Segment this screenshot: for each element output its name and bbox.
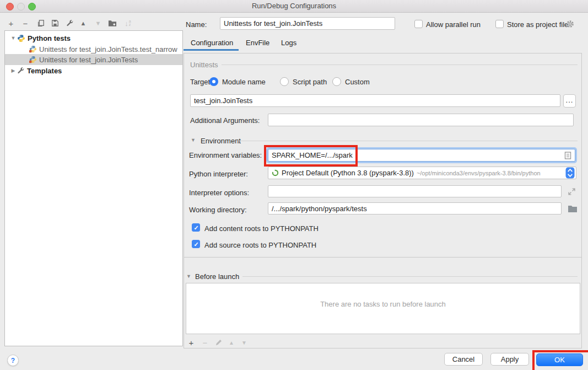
apply-button-label: Apply bbox=[501, 355, 519, 363]
target-module-name-radio[interactable] bbox=[209, 77, 218, 86]
help-button[interactable]: ? bbox=[7, 355, 19, 366]
chevron-right-icon[interactable]: ▶ bbox=[9, 68, 17, 73]
working-directory-label: Working directory: bbox=[189, 206, 247, 214]
environment-divider bbox=[238, 141, 578, 141]
python-interpreter-value: Project Default (Python 3.8 (pyspark-3.8… bbox=[282, 169, 414, 177]
name-label: Name: bbox=[186, 20, 207, 29]
environment-variables-value: SPARK_HOME=/.../spark bbox=[272, 151, 353, 159]
tree-item-label: Unittests for test_join.JoinTests bbox=[39, 56, 138, 64]
additional-arguments-input[interactable] bbox=[268, 114, 574, 126]
before-launch-collapse-icon[interactable]: ▼ bbox=[186, 274, 191, 279]
window-title: Run/Debug Configurations bbox=[0, 2, 588, 10]
working-directory-field[interactable]: /.../spark/python/pyspark/tests bbox=[268, 202, 562, 215]
python-interpreter-label: Python interpreter: bbox=[189, 170, 248, 178]
help-label: ? bbox=[11, 357, 15, 364]
wrench-icon bbox=[17, 67, 25, 74]
apply-button[interactable]: Apply bbox=[490, 353, 529, 366]
interpreter-options-input[interactable] bbox=[268, 185, 562, 197]
select-stepper-icon[interactable] bbox=[565, 167, 575, 179]
remove-configuration-icon[interactable]: − bbox=[19, 17, 32, 29]
python-icon bbox=[17, 34, 25, 42]
edit-variables-icon[interactable] bbox=[564, 152, 571, 161]
window-titlebar: Run/Debug Configurations bbox=[0, 0, 588, 13]
before-launch-edit-icon[interactable] bbox=[213, 336, 224, 348]
before-launch-move-down-icon[interactable]: ▼ bbox=[239, 336, 250, 348]
target-value-input[interactable] bbox=[190, 94, 560, 107]
cancel-button-label: Cancel bbox=[452, 355, 474, 363]
configurations-tree: ▼ Python tests Unittests for test_join.J… bbox=[4, 30, 183, 346]
allow-parallel-run-checkbox[interactable] bbox=[414, 20, 423, 28]
cancel-button[interactable]: Cancel bbox=[444, 353, 483, 366]
working-directory-value: /.../spark/python/pyspark/tests bbox=[272, 205, 367, 213]
tree-item-label: Python tests bbox=[28, 34, 71, 42]
before-launch-add-icon[interactable]: + bbox=[186, 336, 197, 348]
before-launch-remove-icon[interactable]: − bbox=[199, 336, 211, 348]
store-as-project-file-checkbox[interactable] bbox=[495, 20, 504, 28]
python-interpreter-path: ~/opt/miniconda3/envs/pyspark-3.8/bin/py… bbox=[417, 170, 565, 176]
target-module-name-label: Module name bbox=[222, 78, 266, 86]
ok-button[interactable]: OK bbox=[536, 353, 583, 366]
python-test-icon bbox=[29, 56, 37, 63]
allow-parallel-run-label: Allow parallel run bbox=[426, 20, 481, 29]
tree-item-label: Templates bbox=[27, 67, 62, 75]
before-launch-divider bbox=[242, 276, 578, 277]
target-custom-radio[interactable] bbox=[332, 77, 341, 86]
tree-item-unittest-narrow[interactable]: Unittests for test_join.JoinTests.test_n… bbox=[5, 44, 182, 55]
ok-button-label: OK bbox=[554, 356, 565, 364]
store-as-project-file-label: Store as project file bbox=[507, 20, 568, 29]
tab-logs[interactable]: Logs bbox=[281, 39, 296, 47]
add-configuration-icon[interactable]: + bbox=[4, 17, 18, 29]
python-interpreter-select[interactable]: Project Default (Python 3.8 (pyspark-3.8… bbox=[268, 167, 576, 179]
environment-section-label: Environment bbox=[201, 137, 241, 145]
target-custom-label: Custom bbox=[345, 78, 370, 86]
tree-item-templates[interactable]: ▶ Templates bbox=[5, 65, 182, 76]
content-roots-label: Add content roots to PYTHONPATH bbox=[204, 224, 319, 233]
active-tab-underline bbox=[184, 49, 239, 51]
chevron-down-icon[interactable]: ▼ bbox=[9, 35, 17, 41]
folder-icon[interactable] bbox=[568, 205, 577, 215]
tab-configuration[interactable]: Configuration bbox=[191, 39, 233, 47]
edit-templates-icon[interactable] bbox=[63, 17, 77, 29]
tree-item-unittest-jointests[interactable]: Unittests for test_join.JoinTests bbox=[5, 54, 182, 65]
content-roots-checkbox[interactable] bbox=[192, 223, 200, 232]
move-up-icon[interactable]: ▲ bbox=[77, 17, 90, 29]
move-down-icon[interactable]: ▼ bbox=[91, 17, 105, 29]
name-input[interactable] bbox=[220, 17, 395, 30]
virtualenv-icon bbox=[272, 169, 279, 176]
group-divider bbox=[222, 65, 578, 65]
additional-arguments-label: Additional Arguments: bbox=[190, 116, 260, 125]
tree-item-python-tests[interactable]: ▼ Python tests bbox=[5, 33, 182, 44]
source-roots-label: Add source roots to PYTHONPATH bbox=[204, 241, 316, 249]
environment-variables-label: Environment variables: bbox=[189, 151, 262, 159]
before-launch-empty-text: There are no tasks to run before launch bbox=[186, 300, 580, 308]
expand-field-icon[interactable] bbox=[568, 187, 575, 197]
target-script-path-label: Script path bbox=[293, 78, 327, 86]
environment-variables-field[interactable]: SPARK_HOME=/.../spark bbox=[268, 149, 575, 162]
before-launch-move-up-icon[interactable]: ▲ bbox=[226, 336, 237, 348]
save-configuration-icon[interactable] bbox=[48, 17, 62, 29]
gear-icon[interactable] bbox=[566, 20, 574, 30]
tree-item-label: Unittests for test_join.JoinTests.test_n… bbox=[39, 45, 177, 53]
target-script-path-radio[interactable] bbox=[280, 77, 289, 86]
sort-alphabetically-icon[interactable]: ↓az bbox=[121, 17, 134, 29]
before-launch-task-list[interactable]: There are no tasks to run before launch bbox=[186, 283, 580, 334]
copy-configuration-icon[interactable] bbox=[34, 17, 47, 29]
target-label: Target: bbox=[190, 78, 212, 86]
settings-bottom-divider bbox=[184, 257, 581, 258]
environment-collapse-icon[interactable]: ▼ bbox=[191, 137, 196, 143]
source-roots-checkbox[interactable] bbox=[192, 240, 200, 248]
browse-button-label: ... bbox=[566, 96, 574, 104]
tab-envfile[interactable]: EnvFile bbox=[246, 39, 269, 47]
interpreter-options-label: Interpreter options: bbox=[189, 189, 249, 197]
browse-button[interactable]: ... bbox=[563, 94, 576, 108]
before-launch-label: Before launch bbox=[195, 272, 239, 281]
new-folder-icon[interactable] bbox=[106, 17, 119, 29]
unittests-group-label: Unittests bbox=[190, 61, 218, 69]
python-test-icon bbox=[29, 45, 37, 53]
